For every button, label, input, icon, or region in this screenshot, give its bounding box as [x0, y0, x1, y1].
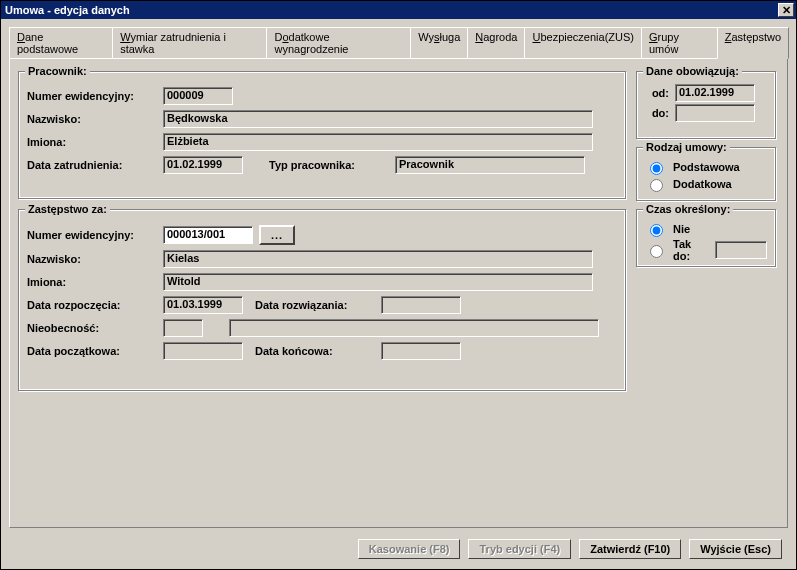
radio-nie[interactable] — [650, 224, 663, 237]
label-nieob: Nieobecność: — [27, 322, 157, 334]
button-zatwierdz[interactable]: Zatwierdź (F10) — [579, 539, 681, 559]
label-nie: Nie — [673, 223, 690, 235]
label-od: od: — [645, 87, 669, 99]
tab-strip: Dane podstawowe Wymiar zatrudnienia i st… — [9, 27, 788, 58]
label-typ: Typ pracownika: — [269, 159, 389, 171]
field-imiona: Elżbieta — [163, 133, 593, 151]
label-dodatkowa: Dodatkowa — [673, 178, 732, 190]
group-zastepstwo: Zastępstwo za: Numer ewidencyjny: 000013… — [18, 209, 626, 391]
label-data-rozp: Data rozpoczęcia: — [27, 299, 157, 311]
radio-podstawowa[interactable] — [650, 162, 663, 175]
label-z-imiona: Imiona: — [27, 276, 157, 288]
content: Dane podstawowe Wymiar zatrudnienia i st… — [1, 19, 796, 569]
tab-wymiar[interactable]: Wymiar zatrudnienia i stawka — [112, 27, 267, 58]
radio-dodatkowa[interactable] — [650, 179, 663, 192]
label-data-rozw: Data rozwiązania: — [255, 299, 375, 311]
tab-panel: Pracownik: Numer ewidencyjny: 000009 Naz… — [9, 58, 788, 528]
radio-tak[interactable] — [650, 245, 663, 258]
label-imiona: Imiona: — [27, 136, 157, 148]
field-z-imiona: Witold — [163, 273, 593, 291]
window-title: Umowa - edycja danych — [5, 4, 130, 16]
field-typ: Pracownik — [395, 156, 585, 174]
label-data-zatr: Data zatrudnienia: — [27, 159, 157, 171]
window: Umowa - edycja danych ✕ Dane podstawowe … — [0, 0, 797, 570]
button-wyjscie[interactable]: Wyjście (Esc) — [689, 539, 782, 559]
field-data-konc — [381, 342, 461, 360]
label-z-nazwisko: Nazwisko: — [27, 253, 157, 265]
group-rodzaj: Rodzaj umowy: Podstawowa Dodatkowa — [636, 147, 776, 201]
legend-czas: Czas określony: — [643, 203, 733, 215]
label-z-numer: Numer ewidencyjny: — [27, 229, 157, 241]
field-do — [675, 104, 755, 122]
button-bar: Kasowanie (F8) Tryb edycji (F4) Zatwierd… — [358, 539, 782, 559]
button-kasowanie[interactable]: Kasowanie (F8) — [358, 539, 461, 559]
close-button[interactable]: ✕ — [778, 3, 794, 17]
label-data-konc: Data końcowa: — [255, 345, 375, 357]
tab-grupy[interactable]: Grupy umów — [641, 27, 718, 58]
label-data-pocz: Data początkowa: — [27, 345, 157, 357]
tab-zastepstwo[interactable]: Zastępstwo — [717, 27, 789, 59]
legend-pracownik: Pracownik: — [25, 65, 90, 77]
tab-nagroda[interactable]: Nagroda — [467, 27, 525, 58]
label-nazwisko: Nazwisko: — [27, 113, 157, 125]
label-podstawowa: Podstawowa — [673, 161, 740, 173]
tab-dodatkowe[interactable]: Dodatkowe wynagrodzenie — [266, 27, 411, 58]
field-od: 01.02.1999 — [675, 84, 755, 102]
legend-zastepstwo: Zastępstwo za: — [25, 203, 110, 215]
button-tryb[interactable]: Tryb edycji (F4) — [468, 539, 571, 559]
legend-dane-obow: Dane obowiązują: — [643, 65, 742, 77]
field-tak-do — [715, 241, 767, 259]
titlebar: Umowa - edycja danych ✕ — [1, 1, 796, 19]
group-czas: Czas określony: Nie Tak do: — [636, 209, 776, 267]
field-data-zatr: 01.02.1999 — [163, 156, 243, 174]
tab-ubezpieczenia[interactable]: Ubezpieczenia(ZUS) — [524, 27, 642, 58]
field-nieob-desc — [229, 319, 599, 337]
group-dane-obow: Dane obowiązują: od: 01.02.1999 do: — [636, 71, 776, 139]
tab-wysluga[interactable]: Wysługa — [410, 27, 468, 58]
field-nieob-code — [163, 319, 203, 337]
field-z-nazwisko: Kielas — [163, 250, 593, 268]
field-numer: 000009 — [163, 87, 233, 105]
label-numer: Numer ewidencyjny: — [27, 90, 157, 102]
tab-dane-podstawowe[interactable]: Dane podstawowe — [9, 27, 113, 58]
field-nazwisko: Będkowska — [163, 110, 593, 128]
field-data-rozw — [381, 296, 461, 314]
group-pracownik: Pracownik: Numer ewidencyjny: 000009 Naz… — [18, 71, 626, 199]
legend-rodzaj: Rodzaj umowy: — [643, 141, 730, 153]
field-data-pocz — [163, 342, 243, 360]
label-do: do: — [645, 107, 669, 119]
field-data-rozp: 01.03.1999 — [163, 296, 243, 314]
label-tak: Tak do: — [673, 238, 709, 262]
input-z-numer[interactable]: 000013/001 — [163, 226, 253, 244]
browse-button[interactable]: ... — [259, 225, 295, 245]
